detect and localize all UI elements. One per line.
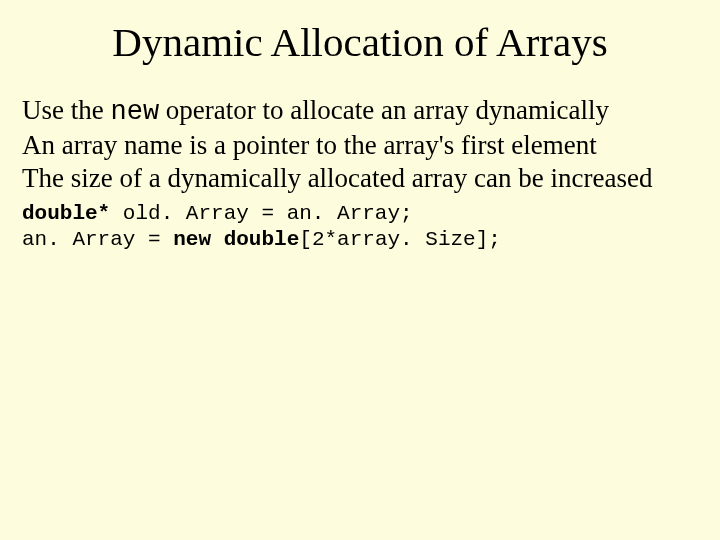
code-text: [2*array. Size]; [299,228,501,251]
paragraph-1: Use the new operator to allocate an arra… [22,94,698,129]
code-block: double* old. Array = an. Array; an. Arra… [22,201,698,254]
text-span: Use the [22,95,110,125]
text-span: operator to allocate an array dynamicall… [159,95,609,125]
paragraph-2: An array name is a pointer to the array'… [22,129,698,162]
code-inline: new [110,97,159,127]
body-text: Use the new operator to allocate an arra… [22,94,698,195]
page-title: Dynamic Allocation of Arrays [22,18,698,66]
code-text [211,228,224,251]
code-keyword: double [224,228,300,251]
slide: Dynamic Allocation of Arrays Use the new… [0,0,720,540]
code-text: old. Array = an. Array; [110,202,412,225]
code-keyword: double* [22,202,110,225]
code-text: an. Array = [22,228,173,251]
code-keyword: new [173,228,211,251]
paragraph-3: The size of a dynamically allocated arra… [22,162,698,195]
